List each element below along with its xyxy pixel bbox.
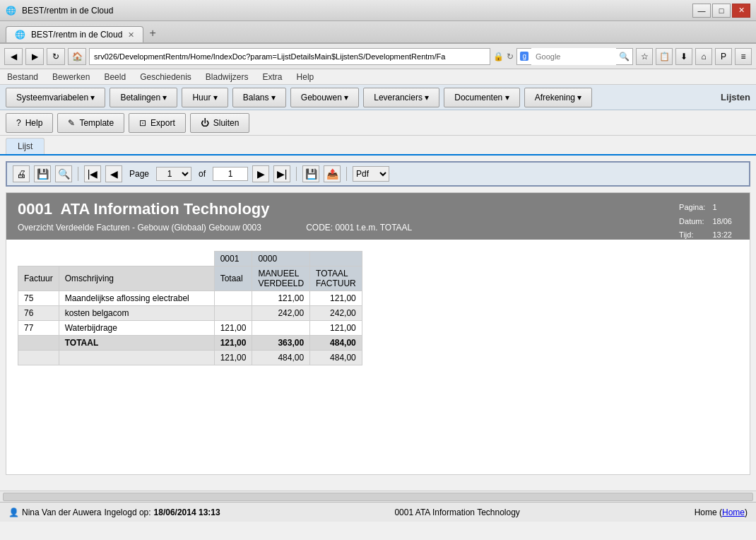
totaal-75 [214, 291, 252, 306]
save-button[interactable]: 💾 [34, 165, 51, 182]
browser-tab[interactable]: 🌐 BEST/rentm in de Cloud ✕ [6, 26, 143, 42]
help-button[interactable]: ? Help [6, 113, 53, 133]
prev-page-button[interactable]: ◀ [105, 165, 122, 182]
forward-button[interactable]: ▶ [25, 48, 44, 65]
grand-manueel: 484,00 [252, 351, 310, 365]
col-totaal-factuur-header: TOTAAL FACTUUR [310, 266, 362, 291]
export-button[interactable]: ⊡ Export [129, 113, 186, 133]
menu-geschiedenis[interactable]: Geschiedenis [133, 71, 199, 83]
content-scroll-area[interactable]: 🖨 💾 🔍 |◀ ◀ Page 1 of ▶ ▶| 💾 📤 Pdf Excel … [0, 155, 756, 491]
progr-value: 08002 [709, 257, 737, 269]
report-meta: Pagina: 1 Datum: 18/06 Tijd: 13:22 [675, 200, 738, 271]
sluiten-label: Sluiten [213, 118, 240, 128]
status-bar: 👤 Nina Van der Auwera Ingelogd op: 18/06… [0, 502, 756, 522]
nav-huur[interactable]: Huur ▾ [182, 88, 228, 107]
bookmark-manager-icon[interactable]: 📋 [656, 48, 673, 65]
help-label: Help [25, 118, 43, 128]
home-nav-icon[interactable]: ⌂ [695, 48, 712, 65]
menu-extra[interactable]: Extra [256, 71, 290, 83]
home-status: Home (Home) [695, 507, 748, 517]
home-button[interactable]: 🏠 [68, 48, 86, 65]
pagina-value: 1 [709, 201, 737, 214]
search-input[interactable] [531, 48, 616, 65]
first-page-button[interactable]: |◀ [84, 165, 101, 182]
manueel-76: 242,00 [252, 306, 310, 321]
menu-bewerken[interactable]: Bewerken [45, 71, 97, 83]
window-title: BEST/rentm in de Cloud [22, 6, 113, 16]
save-report-button[interactable]: 💾 [302, 165, 319, 182]
col-header-0001: 0001 [214, 252, 252, 266]
search-report-button[interactable]: 🔍 [55, 165, 72, 182]
template-button[interactable]: ✎ Template [57, 113, 124, 133]
factuur-76: 76 [18, 306, 59, 321]
tab-lijst[interactable]: Lijst [6, 138, 45, 154]
search-icon[interactable]: 🔍 [619, 52, 630, 61]
col-totaal-header: Totaal [214, 266, 252, 291]
total-pages-input [213, 167, 248, 181]
login-label: Ingelogd op: [105, 507, 151, 517]
totaal-factuur-76: 242,00 [310, 306, 362, 321]
refresh-icon: ↻ [507, 52, 514, 61]
home-link[interactable]: Home [722, 507, 745, 517]
lijsten-label: Lijsten [721, 92, 750, 102]
browser-icon: 🌐 [6, 6, 16, 16]
menu-beeld[interactable]: Beeld [97, 71, 133, 83]
datum-value: 18/06 [709, 216, 737, 228]
sluiten-button[interactable]: ⏻ Sluiten [190, 113, 250, 133]
col-factuur-header: Factuur [18, 266, 59, 291]
nav-betalingen[interactable]: Betalingen ▾ [110, 88, 177, 107]
company-name: ATA Information Technology [60, 200, 269, 218]
tab-icon: 🌐 [15, 30, 25, 40]
back-button[interactable]: ◀ [4, 48, 23, 65]
print-button[interactable]: 🖨 [13, 165, 30, 182]
company-status: 0001 ATA Information Technology [394, 507, 519, 517]
pinterest-icon[interactable]: P [715, 48, 732, 65]
nav-gebouwen[interactable]: Gebouwen ▾ [290, 88, 359, 107]
tab-close-icon[interactable]: ✕ [128, 30, 134, 40]
grand-empty-1 [18, 351, 59, 365]
close-button[interactable]: ✕ [732, 4, 750, 18]
page-select[interactable]: 1 [156, 167, 191, 181]
totaal-label-cell [18, 336, 59, 351]
url-input[interactable] [89, 48, 490, 65]
nav-leveranciers[interactable]: Leveranciers ▾ [363, 88, 439, 107]
address-bar: ◀ ▶ ↻ 🏠 🔒 ↻ g 🔍 ☆ 📋 ⬇ ⌂ P ≡ [0, 44, 756, 69]
window-controls[interactable]: — □ ✕ [692, 4, 750, 18]
horizontal-scrollbar[interactable] [0, 491, 756, 502]
format-select[interactable]: Pdf Excel Word [353, 166, 389, 182]
separator-2 [296, 167, 297, 181]
empty-cell-1 [18, 252, 59, 266]
bookmark-icon[interactable]: ☆ [636, 48, 653, 65]
sluiten-icon: ⏻ [201, 118, 209, 128]
menu-icon[interactable]: ≡ [735, 48, 752, 65]
data-table-container: 0001 0000 Factuur Omschrijving Totaal MA… [6, 240, 750, 377]
menu-help[interactable]: Help [290, 71, 321, 83]
menu-bestand[interactable]: Bestand [0, 71, 45, 83]
totaal-76 [214, 306, 252, 321]
last-page-button[interactable]: ▶| [273, 165, 290, 182]
manueel-75: 121,00 [252, 291, 310, 306]
nav-systeemvariabelen[interactable]: Systeemvariabelen ▾ [6, 88, 105, 107]
code-range: CODE: 0001 t.e.m. TOTAAL [306, 223, 412, 233]
totaal-label: TOTAAL [59, 336, 214, 351]
col-header-empty [310, 252, 362, 266]
template-icon: ✎ [68, 118, 75, 128]
nav-documenten[interactable]: Documenten ▾ [444, 88, 519, 107]
export-report-button[interactable]: 📤 [324, 165, 341, 182]
grand-factuur: 484,00 [310, 351, 362, 365]
nav-balans[interactable]: Balans ▾ [232, 88, 286, 107]
maximize-button[interactable]: □ [712, 4, 731, 18]
main-menu: Bestand Bewerken Beeld Geschiedenis Blad… [0, 69, 756, 85]
export-label: Export [150, 118, 175, 128]
minimize-button[interactable]: — [692, 4, 711, 18]
next-page-button[interactable]: ▶ [252, 165, 269, 182]
refresh-button[interactable]: ↻ [47, 48, 65, 65]
scrollbar-track[interactable] [3, 493, 753, 501]
nav-afrekening[interactable]: Afrekening ▾ [524, 88, 593, 107]
download-icon[interactable]: ⬇ [675, 48, 692, 65]
title-bar-left: 🌐 BEST/rentm in de Cloud [6, 6, 113, 16]
new-tab-button[interactable]: + [143, 24, 161, 42]
totaal-totaal: 121,00 [214, 336, 252, 351]
menu-bladwijzers[interactable]: Bladwijzers [199, 71, 256, 83]
table-row: 75 Maandelijkse aflossing electrabel 121… [18, 291, 362, 306]
